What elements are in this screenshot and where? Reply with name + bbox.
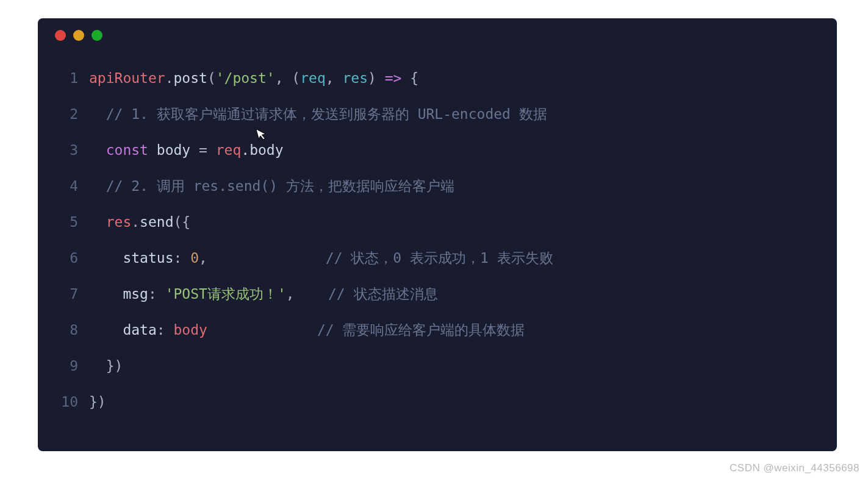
code-area[interactable]: 1apiRouter.post('/post', (req, res) => {… — [38, 52, 837, 428]
code-token: => — [385, 70, 402, 86]
line-number: 2 — [38, 104, 89, 124]
code-token: // 需要响应给客户端的具体数据 — [317, 322, 525, 338]
code-content[interactable]: data: body // 需要响应给客户端的具体数据 — [89, 320, 525, 340]
code-token: const — [106, 142, 148, 158]
code-token: ) — [368, 70, 385, 86]
code-token: , — [199, 250, 207, 266]
code-token: body — [157, 142, 190, 158]
code-token: , — [326, 70, 343, 86]
code-token: : — [173, 250, 190, 266]
line-number: 5 — [38, 212, 89, 232]
line-number: 8 — [38, 320, 89, 340]
code-token: . — [131, 214, 140, 230]
line-number: 3 — [38, 140, 89, 160]
code-editor-window: 1apiRouter.post('/post', (req, res) => {… — [38, 18, 837, 451]
minimize-icon[interactable] — [73, 30, 84, 41]
code-token: body — [173, 322, 207, 338]
code-token: send — [140, 214, 173, 230]
code-content[interactable]: status: 0, // 状态，0 表示成功，1 表示失败 — [89, 248, 553, 268]
code-token — [207, 322, 317, 338]
code-line[interactable]: 4 // 2. 调用 res.send() 方法，把数据响应给客户端 — [38, 176, 837, 212]
close-icon[interactable] — [55, 30, 66, 41]
code-content[interactable]: // 2. 调用 res.send() 方法，把数据响应给客户端 — [89, 176, 454, 196]
code-token: res — [106, 214, 132, 230]
code-content[interactable]: apiRouter.post('/post', (req, res) => { — [89, 68, 418, 88]
code-token — [207, 250, 326, 266]
code-token: req — [300, 70, 326, 86]
code-content[interactable]: }) — [89, 356, 123, 376]
code-line[interactable]: 5 res.send({ — [38, 212, 837, 248]
code-token: // 2. 调用 res.send() 方法，把数据响应给客户端 — [106, 178, 454, 194]
code-token: ( — [207, 70, 216, 86]
line-number: 4 — [38, 176, 89, 196]
code-token: 'POST请求成功！' — [165, 286, 286, 302]
code-line[interactable]: 7 msg: 'POST请求成功！', // 状态描述消息 — [38, 284, 837, 320]
code-token: post — [173, 70, 207, 86]
code-token — [148, 142, 157, 158]
code-token: data — [123, 322, 156, 338]
code-line[interactable]: 9 }) — [38, 356, 837, 392]
line-number: 7 — [38, 284, 89, 304]
code-token: , — [286, 286, 295, 302]
line-number: 9 — [38, 356, 89, 376]
code-line[interactable]: 10}) — [38, 392, 837, 428]
code-line[interactable]: 6 status: 0, // 状态，0 表示成功，1 表示失败 — [38, 248, 837, 284]
watermark-text: CSDN @weixin_44356698 — [730, 462, 859, 474]
code-line[interactable]: 3 const body = req.body — [38, 140, 837, 176]
code-token: }) — [89, 394, 106, 410]
code-token: = — [190, 142, 216, 158]
code-token: // 1. 获取客户端通过请求体，发送到服务器的 URL-encoded 数据 — [106, 106, 547, 122]
code-token: . — [165, 70, 174, 86]
code-content[interactable]: }) — [89, 392, 106, 412]
code-token — [295, 286, 328, 302]
code-token: : — [157, 322, 174, 338]
line-number: 10 — [38, 392, 89, 412]
code-token: '/post' — [216, 70, 275, 86]
code-token: res — [342, 70, 368, 86]
code-token: msg — [123, 286, 148, 302]
code-line[interactable]: 2 // 1. 获取客户端通过请求体，发送到服务器的 URL-encoded 数… — [38, 104, 837, 140]
line-number: 6 — [38, 248, 89, 268]
code-content[interactable]: res.send({ — [89, 212, 190, 232]
code-token: // 状态描述消息 — [328, 286, 438, 302]
code-token: apiRouter — [89, 70, 165, 86]
line-number: 1 — [38, 68, 89, 88]
code-token: ({ — [174, 214, 191, 230]
code-token: 0 — [190, 250, 199, 266]
code-token: , ( — [275, 70, 301, 86]
code-line[interactable]: 8 data: body // 需要响应给客户端的具体数据 — [38, 320, 837, 356]
code-content[interactable]: const body = req.body — [89, 140, 284, 160]
code-token: .body — [241, 142, 283, 158]
window-titlebar — [38, 18, 837, 52]
code-token: }) — [106, 358, 123, 374]
code-token: req — [216, 142, 242, 158]
code-content[interactable]: msg: 'POST请求成功！', // 状态描述消息 — [89, 284, 438, 304]
code-line[interactable]: 1apiRouter.post('/post', (req, res) => { — [38, 68, 837, 104]
maximize-icon[interactable] — [91, 30, 102, 41]
code-token: : — [148, 286, 165, 302]
code-token: // 状态，0 表示成功，1 表示失败 — [326, 250, 553, 266]
code-token: { — [401, 70, 418, 86]
code-content[interactable]: // 1. 获取客户端通过请求体，发送到服务器的 URL-encoded 数据 — [89, 104, 547, 124]
code-token: status — [123, 250, 173, 266]
